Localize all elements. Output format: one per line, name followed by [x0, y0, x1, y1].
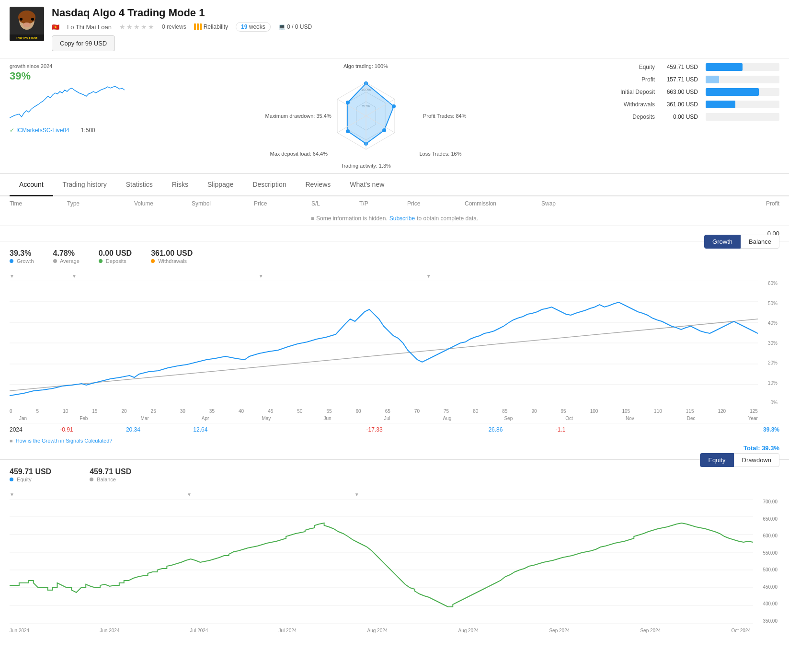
growth-percentage: 39% [10, 70, 134, 82]
radar-labels: Algo trading: 100% Profit Trades: 84% Lo… [261, 63, 471, 169]
svg-line-33 [10, 319, 758, 391]
x-axis-months: Jan Feb Mar Apr May Jun Jul Aug Sep Oct … [10, 415, 779, 421]
subscribe-link[interactable]: Subscribe [389, 215, 415, 222]
withdrawals-dot [151, 259, 155, 263]
equity-y-650: 650.00 [755, 516, 778, 522]
table-header: Time Type Volume Symbol Price S/L T/P Pr… [0, 196, 789, 211]
equity-y-550: 550.00 [755, 550, 778, 556]
balance-dot [90, 478, 93, 481]
svg-text:PROPS FIRM: PROPS FIRM [16, 36, 37, 40]
radar-label-algo: Algo trading: 100% [343, 63, 388, 69]
metric-deposits-value: 0.00 USD [659, 114, 702, 120]
hidden-msg: Some information is hidden. [316, 215, 388, 222]
tabs-bar: Account Trading history Statistics Risks… [0, 174, 789, 196]
toggle-growth-button[interactable]: Growth [704, 235, 741, 249]
equity-y-350: 350.00 [755, 618, 778, 624]
equity-x-oct: Oct 2024 [731, 628, 751, 633]
equity-x-sep2: Sep 2024 [640, 628, 661, 633]
col-symbol: Symbol [192, 200, 254, 207]
rel-bar-1 [194, 23, 196, 30]
svg-point-5 [20, 18, 23, 21]
rel-bar-2 [197, 23, 199, 30]
equity-y-500: 500.00 [755, 567, 778, 572]
col-time: Time [10, 200, 67, 207]
header-info: Nasdaq Algo 4 Trading Mode 1 🇻🇳 Lo Thi M… [52, 7, 779, 51]
metric-withdrawals-bar-container [706, 101, 779, 108]
equity-y-axis: 700.00 650.00 600.00 550.00 500.00 450.0… [753, 499, 779, 624]
metric-profit-value: 157.71 USD [659, 76, 702, 83]
growth-info-link[interactable]: How is the Growth in Signals Calculated? [16, 438, 113, 444]
svg-point-16 [382, 128, 386, 132]
equity-toggle-buttons: Equity Drawdown [700, 453, 779, 467]
equity-dot [10, 478, 13, 481]
chart-average-label: Average [53, 258, 80, 264]
yearly-may: -17.33 [366, 426, 383, 433]
metric-initial-deposit-label: Initial Deposit [597, 89, 655, 95]
tab-trading-history[interactable]: Trading history [53, 174, 116, 196]
balance-label: Balance [90, 477, 131, 482]
tab-description[interactable]: Description [243, 174, 296, 196]
equity-x-aug1: Aug 2024 [367, 628, 388, 633]
equity-x-jun2: Jun 2024 [100, 628, 119, 633]
reliability-label: Reliability [204, 23, 228, 30]
avatar: PROPS FIRM [10, 7, 44, 41]
toggle-balance-button[interactable]: Balance [741, 235, 779, 249]
equity-stats: 459.71 USD Equity 459.71 USD Balance [10, 467, 131, 482]
growth-chart-wrapper: 60% 50% 40% 30% 20% 10% 0% [10, 281, 779, 407]
deposits-dot [99, 259, 103, 263]
metric-profit-bar-container [706, 76, 779, 83]
svg-point-18 [346, 129, 350, 133]
equity-x-sep1: Sep 2024 [549, 628, 570, 633]
metric-deposits-label: Deposits [597, 114, 655, 120]
equity-x-aug2: Aug 2024 [458, 628, 479, 633]
growth-dot [10, 259, 13, 263]
chart-toggle-buttons: Growth Balance [704, 235, 779, 249]
equity-filter-row: ▼ ▼ ▼ [10, 492, 779, 497]
toggle-drawdown-button[interactable]: Drawdown [734, 453, 779, 467]
header-meta: 🇻🇳 Lo Thi Mai Loan ★ ★ ★ ★ ★ 0 reviews R… [52, 22, 779, 32]
chart-stat-growth: 39.3% Growth [10, 249, 34, 264]
header: PROPS FIRM Nasdaq Algo 4 Trading Mode 1 … [0, 0, 789, 58]
chart-stat-withdrawals: 361.00 USD Withdrawals [151, 249, 193, 264]
tab-whats-new[interactable]: What's new [340, 174, 394, 196]
growth-chart-section: 39.3% Growth 4.78% Average 0.00 USD Depo… [0, 241, 789, 460]
col-swap: Swap [541, 200, 599, 207]
tab-account[interactable]: Account [10, 174, 53, 196]
metric-equity-bar [706, 63, 743, 71]
y-label-40: 40% [760, 320, 778, 326]
star-rating: ★ ★ ★ ★ ★ [119, 23, 154, 31]
total-growth: Total: 39.3% [10, 444, 779, 452]
metric-withdrawals: Withdrawals 361.00 USD [597, 101, 779, 108]
equity-x-jun1: Jun 2024 [10, 628, 29, 633]
y-label-50: 50% [760, 301, 778, 306]
growth-panel: growth since 2024 39% ✓ ICMarketsSC-Live… [10, 63, 134, 169]
radar-svg: 100% 50% [328, 78, 404, 154]
radar-panel: Algo trading: 100% Profit Trades: 84% Lo… [144, 63, 588, 169]
y-label-10: 10% [760, 380, 778, 386]
equity-label: Equity [10, 477, 51, 482]
radar-label-deposit-load: Max deposit load: 64.4% [270, 151, 328, 157]
radar-label-loss: Loss Trades: 16% [419, 151, 461, 157]
metric-equity-label: Equity [597, 64, 655, 70]
svg-point-7 [23, 23, 31, 27]
tab-slippage[interactable]: Slippage [198, 174, 243, 196]
equity-y-400: 400.00 [755, 601, 778, 606]
reviews-count: 0 reviews [162, 23, 186, 30]
tab-risks[interactable]: Risks [162, 174, 198, 196]
weeks-badge: 19 weeks [236, 22, 271, 32]
growth-since-label: growth since 2024 [10, 63, 134, 69]
equity-y-700: 700.00 [755, 499, 778, 504]
metric-withdrawals-value: 361.00 USD [659, 101, 702, 108]
subscribe-suffix: to obtain complete data. [417, 215, 478, 222]
yearly-sep: -1.1 [556, 426, 566, 433]
equity-chart-section: 459.71 USD Equity 459.71 USD Balance Equ… [0, 460, 789, 641]
radar-label-activity: Trading activity: 1.3% [341, 163, 391, 169]
tab-reviews[interactable]: Reviews [296, 174, 340, 196]
metric-initial-deposit: Initial Deposit 663.00 USD [597, 88, 779, 96]
toggle-equity-button[interactable]: Equity [700, 453, 733, 467]
broker-info: ✓ ICMarketsSC-Live04 1:500 [10, 127, 134, 134]
tab-statistics[interactable]: Statistics [116, 174, 162, 196]
chart-withdrawals-value: 361.00 USD [151, 249, 193, 258]
copy-button[interactable]: Copy for 99 USD [52, 35, 115, 51]
weeks-number: 19 [241, 23, 247, 30]
